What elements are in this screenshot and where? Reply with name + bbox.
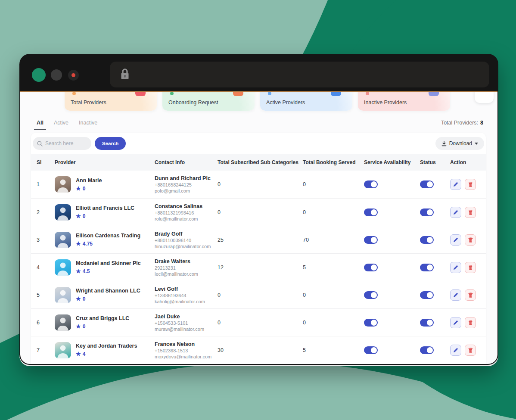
edit-button[interactable] bbox=[450, 179, 461, 190]
download-icon bbox=[441, 141, 447, 146]
edit-button[interactable] bbox=[450, 345, 461, 356]
provider-cell: Key and Jordan Traders ★4 bbox=[55, 342, 155, 358]
table-body: 1 Ann Marie ★0 Dunn and Richard Plc +880… bbox=[31, 171, 486, 364]
service-availability-toggle[interactable] bbox=[364, 319, 378, 327]
row-serial: 2 bbox=[37, 209, 55, 215]
row-serial: 5 bbox=[37, 292, 55, 298]
contact-email: moxydovu@mailinator.com bbox=[155, 354, 218, 359]
stat-card[interactable]: Active Providers bbox=[260, 91, 352, 111]
person-silhouette-icon bbox=[55, 287, 71, 303]
edit-button[interactable] bbox=[450, 207, 461, 218]
provider-rating: ★0 bbox=[76, 296, 140, 302]
row-serial: 3 bbox=[37, 237, 55, 243]
service-availability-toggle[interactable] bbox=[364, 346, 378, 354]
star-icon: ★ bbox=[76, 268, 81, 274]
contact-email: muraw@mailinator.com bbox=[155, 327, 218, 332]
service-availability-toggle[interactable] bbox=[364, 291, 378, 299]
provider-info: Wright and Shannon LLC ★0 bbox=[76, 288, 140, 302]
stat-card[interactable]: Onboarding Request bbox=[162, 91, 255, 111]
traffic-light-green-icon[interactable] bbox=[32, 68, 46, 82]
person-silhouette-icon bbox=[55, 342, 71, 358]
contact-email: lecil@mailinator.com bbox=[155, 271, 218, 277]
contact-email: rolu@mailinator.com bbox=[155, 216, 218, 221]
rating-value: 4 bbox=[83, 351, 86, 357]
service-availability-toggle[interactable] bbox=[364, 236, 378, 244]
contact-info-cell: Drake Walters 29213231 lecil@mailinator.… bbox=[155, 258, 218, 277]
filter-tabs: All Active Inactive Total Providers:8 bbox=[37, 120, 483, 130]
edit-button[interactable] bbox=[450, 317, 461, 328]
pencil-icon bbox=[453, 237, 458, 243]
delete-button[interactable] bbox=[465, 289, 476, 301]
status-toggle[interactable] bbox=[420, 291, 434, 299]
provider-avatar bbox=[55, 259, 71, 276]
traffic-light-red-icon[interactable] bbox=[68, 70, 79, 81]
search-input[interactable] bbox=[45, 140, 87, 146]
trash-icon bbox=[468, 320, 473, 325]
search-box[interactable] bbox=[33, 137, 91, 150]
service-availability-toggle[interactable] bbox=[364, 180, 378, 188]
provider-rating: ★4.75 bbox=[76, 240, 140, 247]
delete-button[interactable] bbox=[465, 345, 476, 356]
tab-all[interactable]: All bbox=[37, 120, 44, 130]
subscribed-subcategories-count: 0 bbox=[218, 181, 303, 187]
status-toggle[interactable] bbox=[420, 319, 434, 327]
scroll-chip[interactable] bbox=[475, 91, 494, 103]
booking-served-count: 5 bbox=[303, 264, 364, 271]
traffic-lights bbox=[32, 68, 79, 82]
action-buttons bbox=[450, 345, 486, 356]
download-button[interactable]: Download bbox=[435, 137, 484, 150]
provider-name: Key and Jordan Traders bbox=[76, 343, 137, 349]
stat-card[interactable]: Inactive Providers bbox=[358, 91, 450, 111]
delete-button[interactable] bbox=[465, 262, 476, 273]
provider-name: Ellison Cardenas Trading bbox=[76, 233, 140, 239]
trash-icon bbox=[468, 182, 473, 187]
status-toggle[interactable] bbox=[420, 264, 434, 271]
status-toggle[interactable] bbox=[420, 346, 434, 354]
status-toggle[interactable] bbox=[420, 236, 434, 244]
search-button[interactable]: Search bbox=[95, 137, 126, 150]
edit-button[interactable] bbox=[450, 262, 461, 273]
provider-info: Ellison Cardenas Trading ★4.75 bbox=[76, 233, 140, 247]
table-row: 4 Mcdaniel and Skinner Plc ★4.5 Drake Wa… bbox=[31, 253, 486, 281]
tab-inactive[interactable]: Inactive bbox=[79, 120, 97, 130]
delete-button[interactable] bbox=[465, 234, 476, 246]
provider-avatar bbox=[55, 176, 71, 193]
delete-button[interactable] bbox=[465, 179, 476, 190]
provider-rating: ★4 bbox=[76, 351, 137, 357]
contact-info-cell: Levi Goff +13486193644 kaholig@mailinato… bbox=[155, 286, 218, 304]
provider-cell: Ann Marie ★0 bbox=[55, 176, 155, 193]
service-availability-toggle[interactable] bbox=[364, 208, 378, 216]
delete-button[interactable] bbox=[465, 317, 476, 328]
star-icon: ★ bbox=[76, 213, 81, 219]
stat-card-icon bbox=[429, 91, 439, 96]
column-header-3: Total Subscribed Sub Categories bbox=[218, 159, 303, 165]
address-bar[interactable] bbox=[110, 62, 489, 87]
provider-info: Elliott and Francis LLC ★0 bbox=[76, 205, 134, 219]
stat-cards-row: Total Providers Onboarding Request Activ… bbox=[65, 91, 450, 111]
trash-icon bbox=[468, 237, 473, 243]
provider-rating: ★0 bbox=[76, 213, 134, 219]
status-toggle[interactable] bbox=[420, 208, 434, 216]
action-buttons bbox=[450, 289, 486, 301]
stat-card-dot-icon bbox=[170, 92, 174, 95]
edit-button[interactable] bbox=[450, 289, 461, 301]
delete-button[interactable] bbox=[465, 207, 476, 218]
provider-rating: ★0 bbox=[76, 185, 102, 192]
rating-value: 0 bbox=[83, 324, 86, 330]
tab-active[interactable]: Active bbox=[54, 120, 68, 130]
rating-value: 4.5 bbox=[83, 268, 90, 274]
traffic-light-gray-icon[interactable] bbox=[51, 69, 62, 81]
row-serial: 7 bbox=[37, 347, 55, 353]
booking-served-count: 0 bbox=[303, 209, 364, 215]
column-header-7: Action bbox=[450, 159, 486, 165]
browser-chrome bbox=[19, 54, 498, 91]
contact-phone: +13486193644 bbox=[155, 293, 218, 298]
stat-card[interactable]: Total Providers bbox=[65, 91, 157, 111]
service-availability-toggle[interactable] bbox=[364, 264, 378, 271]
table-row: 2 Elliott and Francis LLC ★0 Constance S… bbox=[31, 198, 486, 226]
stat-card-label: Onboarding Request bbox=[168, 100, 218, 106]
status-toggle[interactable] bbox=[420, 180, 434, 188]
pencil-icon bbox=[453, 210, 458, 215]
booking-served-count: 70 bbox=[303, 237, 364, 243]
edit-button[interactable] bbox=[450, 234, 461, 246]
